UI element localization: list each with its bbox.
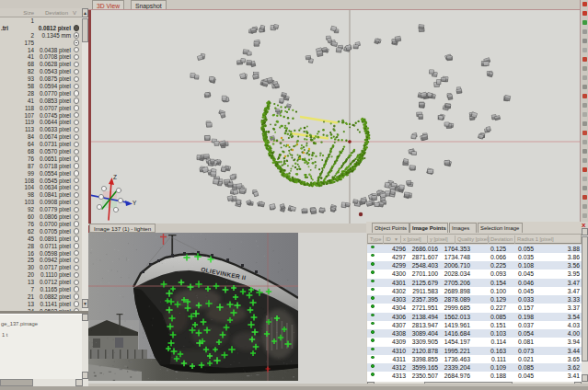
svg-text:Y: Y	[133, 200, 137, 206]
svg-text:Z: Z	[113, 174, 117, 180]
